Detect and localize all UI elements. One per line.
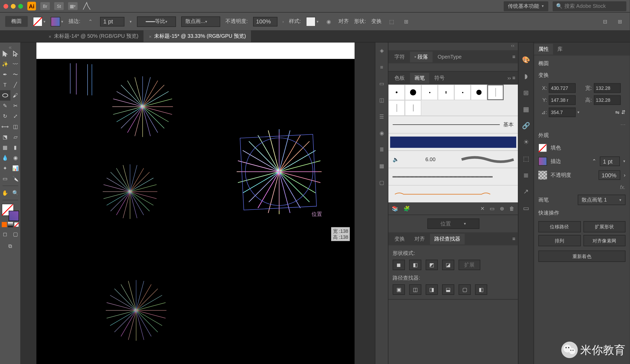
panel-menu-icon[interactable]: ≡	[512, 236, 515, 242]
flip-h-icon[interactable]: ⇋	[615, 109, 620, 115]
brush-art-row-2[interactable]	[388, 185, 518, 203]
crop-icon[interactable]: ⬓	[442, 284, 454, 295]
minus-front-icon[interactable]: ◧	[409, 260, 421, 270]
stroke-width-input[interactable]	[100, 17, 124, 26]
brush-preset[interactable]	[388, 85, 405, 100]
appearance-icon[interactable]: ☀	[521, 137, 531, 147]
brush-pattern-row[interactable]	[388, 133, 518, 150]
selection-tool[interactable]	[0, 48, 10, 59]
artboards-icon[interactable]: ▢	[377, 178, 387, 187]
fill-stroke-control[interactable]	[2, 204, 19, 221]
curvature-tool[interactable]: 〜	[10, 69, 21, 80]
recolor-icon[interactable]: ◉	[324, 17, 333, 26]
prop-w-input[interactable]	[594, 83, 620, 93]
gradient-tool[interactable]: ▮	[10, 142, 21, 153]
prop-h-input[interactable]	[594, 95, 620, 105]
fill-row[interactable]: 填色	[538, 143, 626, 152]
stroke-swatch[interactable]	[8, 211, 19, 221]
brush-preset[interactable]	[438, 85, 454, 100]
remove-stroke-icon[interactable]: ✕	[480, 205, 485, 211]
perspective-tool[interactable]: ▱	[10, 132, 21, 142]
decrease-icon[interactable]: ⌃	[86, 17, 95, 26]
brush-lib-icon[interactable]: 📚	[392, 205, 398, 211]
prop-y-input[interactable]	[549, 95, 576, 105]
doc-tab-2[interactable]: ×未标题-15* @ 33.33% (RGB/GPU 预览)	[144, 30, 251, 42]
doc-tab-1[interactable]: ×未标题-14* @ 50% (RGB/GPU 预览)	[43, 30, 144, 42]
symbol-sprayer-tool[interactable]: ✦	[0, 163, 10, 173]
opacity-row[interactable]: 不透明度 ›	[538, 170, 626, 180]
paintbrush-tool[interactable]: 🖌	[10, 90, 21, 101]
position-dropdown[interactable]: 位置 ▾	[427, 218, 479, 229]
isolate-icon[interactable]: ⬚	[387, 17, 396, 26]
brush-basic-row[interactable]: 基本	[388, 116, 518, 133]
brush-preset[interactable]	[471, 85, 487, 100]
brush-art-row[interactable]	[388, 168, 518, 185]
layers-icon[interactable]: ≣	[377, 145, 387, 154]
intersect-icon[interactable]: ◩	[426, 260, 438, 270]
appearance-icon[interactable]: ☰	[377, 112, 387, 122]
unite-icon[interactable]: ◼	[393, 260, 405, 270]
merge-icon[interactable]: ◨	[426, 284, 438, 295]
brush-lib-menu-icon[interactable]: 🧩	[404, 205, 410, 211]
rotate-tool[interactable]: ↻	[0, 111, 10, 121]
tab-paragraph[interactable]: ◦ 段落	[410, 51, 432, 62]
close-window[interactable]	[3, 4, 8, 8]
exclude-icon[interactable]: ◪	[442, 260, 454, 270]
maximize-window[interactable]	[18, 4, 23, 8]
fill-swatch-dd[interactable]: ▾	[33, 17, 46, 26]
shape-builder-tool[interactable]: ⬔	[0, 132, 10, 142]
tab-character[interactable]: 字符	[390, 51, 409, 62]
type-tool[interactable]: T	[0, 80, 10, 90]
brush-select-dd[interactable]: 散点画笔 1▾	[578, 195, 625, 205]
panel-menu-icon[interactable]: ›› ≡	[507, 75, 515, 81]
ellipse-tool[interactable]	[0, 90, 10, 101]
asset-icon[interactable]: ▦	[377, 161, 387, 171]
arrange-button[interactable]: 排列	[538, 235, 581, 246]
divide-icon[interactable]: ▣	[393, 284, 405, 295]
workspace-dropdown[interactable]: 传统基本功能 ▾	[504, 1, 548, 11]
color-themes-icon[interactable]: 🎨	[521, 55, 531, 65]
zoom-tool[interactable]: 🔍	[10, 188, 21, 198]
free-transform-tool[interactable]: ◫	[10, 121, 21, 132]
color-icon[interactable]: ◈	[377, 46, 387, 55]
actions-icon[interactable]: ▦	[521, 104, 531, 115]
blend-tool[interactable]: ◉	[10, 153, 21, 163]
stroke-row[interactable]: 描边 ⌃▾	[538, 156, 626, 166]
expand-button[interactable]: 扩展	[459, 260, 480, 270]
asset-export-icon[interactable]: ▭	[521, 203, 531, 213]
align-label[interactable]: 对齐	[338, 18, 349, 25]
layers-icon[interactable]: ≣	[521, 170, 531, 180]
brush-preset[interactable]	[405, 100, 421, 116]
stroke-swatch-dd[interactable]: ▾	[51, 17, 63, 26]
expand-shape-button[interactable]: 扩展形状	[583, 221, 625, 232]
settings-icon[interactable]: ⊟	[600, 17, 610, 26]
brush-preset[interactable]	[388, 100, 405, 116]
gradient-icon[interactable]: ▭	[377, 79, 387, 89]
opacity-dd[interactable]: ›	[282, 19, 284, 24]
eraser-tool[interactable]: ✂	[10, 101, 21, 111]
prop-stroke-input[interactable]	[600, 156, 620, 166]
delete-brush-icon[interactable]: 🗑	[509, 205, 514, 211]
tab-pathfinder[interactable]: 路径查找器	[430, 234, 465, 244]
width-tool[interactable]: ⟷	[0, 121, 10, 132]
brush-calligraphic-row[interactable]: 🔈6.00	[388, 150, 518, 168]
color-guide-icon[interactable]: ◗	[521, 71, 531, 81]
tab-swatches[interactable]: 色板	[390, 73, 409, 84]
libraries-icon[interactable]: ⊞	[521, 87, 531, 98]
trim-icon[interactable]: ◫	[409, 284, 421, 295]
screen-mode-toggle[interactable]: ⧉	[5, 241, 15, 252]
stroke-icon[interactable]: ≡	[377, 62, 387, 72]
gradient-mode[interactable]	[8, 222, 13, 227]
shape-label[interactable]: 形状:	[354, 18, 366, 25]
close-icon[interactable]: ×	[149, 34, 152, 39]
screen-mode[interactable]: ▢	[10, 229, 21, 239]
pen-tool[interactable]: ✒	[0, 69, 10, 80]
artboard[interactable]: 位置 宽 :138高 :138	[36, 59, 355, 364]
hand-tool[interactable]: ✋	[0, 188, 10, 198]
direct-selection-tool[interactable]	[10, 48, 21, 59]
fx-icon[interactable]: fx.	[538, 184, 626, 190]
graph-tool[interactable]: 📊	[10, 163, 21, 173]
tab-brushes[interactable]: 画笔	[410, 73, 429, 84]
graphic-styles-icon[interactable]: ◉	[377, 128, 387, 138]
flip-v-icon[interactable]: ⇵	[621, 109, 626, 115]
